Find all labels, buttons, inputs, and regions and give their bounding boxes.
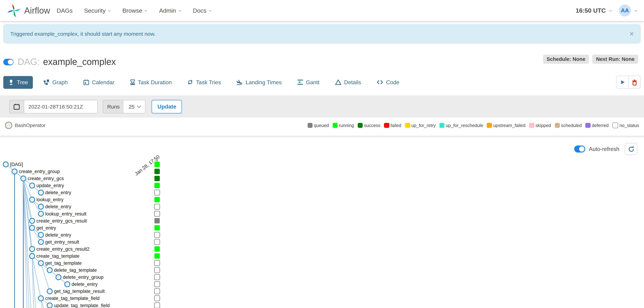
node-circle-icon[interactable]	[38, 211, 44, 216]
legend-up_for_retry[interactable]: up_for_retry	[405, 123, 436, 128]
tab-graph[interactable]: Graph	[39, 76, 72, 89]
base-date-input[interactable]	[24, 100, 98, 113]
node-circle-icon[interactable]	[38, 190, 44, 195]
task-status-square-no_status[interactable]	[154, 296, 160, 301]
tab-details[interactable]: Details	[330, 76, 366, 89]
tree-node-create_entry_group[interactable]: create_entry_group	[12, 169, 60, 174]
runs-select[interactable]: 25	[124, 100, 146, 113]
node-circle-icon[interactable]	[3, 162, 8, 167]
task-name: get_tag_template	[45, 260, 82, 266]
delete-dag-button[interactable]	[628, 76, 640, 88]
tree-node-lookup_entry_result[interactable]: lookup_entry_result	[38, 211, 86, 216]
legend-no_status[interactable]: no_status	[612, 122, 639, 128]
node-circle-icon[interactable]	[21, 176, 26, 181]
tab-tree[interactable]: Tree	[3, 76, 33, 89]
legend-failed[interactable]: failed	[384, 123, 401, 128]
task-status-square-running[interactable]	[154, 253, 160, 258]
dag-run-status-circle[interactable]	[155, 162, 160, 167]
node-circle-icon[interactable]	[56, 274, 61, 280]
task-status-square-no_status[interactable]	[154, 303, 160, 308]
task-status-square-no_status[interactable]	[154, 282, 160, 287]
close-icon[interactable]: ×	[630, 31, 634, 38]
legend-label: scheduled	[561, 123, 582, 128]
task-status-square-no_status[interactable]	[154, 204, 160, 209]
node-circle-icon[interactable]	[38, 204, 44, 209]
task-status-square-no_status[interactable]	[154, 267, 160, 273]
tree-node-create_entry_gcs_result[interactable]: create_entry_gcs_result	[30, 218, 87, 224]
legend-upstream_failed[interactable]: upstream_failed	[487, 123, 525, 128]
node-circle-icon[interactable]	[30, 183, 35, 188]
tree-node-get_tag_template[interactable]: get_tag_template	[38, 260, 82, 266]
node-circle-icon[interactable]	[38, 296, 44, 301]
tab-code[interactable]: Code	[372, 76, 404, 89]
nav-item-dags[interactable]: DAGs	[56, 5, 74, 16]
node-circle-icon[interactable]	[38, 232, 44, 237]
chevron-down-icon	[144, 10, 148, 12]
nav-item-browse[interactable]: Browse	[122, 5, 148, 16]
task-status-square-no_status[interactable]	[154, 190, 160, 195]
tree-node-delete_entry_group[interactable]: delete_entry_group	[56, 274, 103, 280]
trigger-dag-button[interactable]	[616, 76, 628, 88]
tree-node-create_entry_gcs_result2[interactable]: create_entry_gcs_result2	[30, 246, 90, 252]
tree-node-delete_entry[interactable]: delete_entry	[38, 190, 71, 195]
tree-node-get_tag_template_result[interactable]: get_tag_template_result	[47, 289, 105, 294]
node-circle-icon[interactable]	[47, 303, 52, 308]
tab-task-tries[interactable]: Task Tries	[182, 76, 226, 89]
task-status-square-running[interactable]	[154, 246, 160, 251]
task-status-square-queued[interactable]	[154, 218, 160, 223]
tree-node-get_entry[interactable]: get_entry	[30, 225, 56, 231]
tree-node-create_tag_template_field[interactable]: create_tag_template_field	[38, 296, 100, 301]
task-status-square-running[interactable]	[154, 225, 160, 230]
legend-queued[interactable]: queued	[308, 123, 329, 128]
legend-scheduled[interactable]: scheduled	[555, 123, 582, 128]
tree-node-update_tag_template_field[interactable]: update_tag_template_field	[47, 303, 110, 308]
tree-node-delete_entry[interactable]: delete_entry	[65, 282, 98, 287]
node-circle-icon[interactable]	[30, 246, 35, 251]
tree-node-delete_tag_template[interactable]: delete_tag_template	[47, 267, 97, 273]
task-status-square-no_status[interactable]	[154, 232, 160, 237]
avatar[interactable]: AA	[619, 5, 631, 17]
task-status-square-success[interactable]	[154, 176, 160, 181]
legend-deferred[interactable]: deferred	[586, 123, 609, 128]
legend-skipped[interactable]: skipped	[529, 123, 551, 128]
tree-node-create_tag_template[interactable]: create_tag_template	[30, 253, 80, 259]
nav-item-docs[interactable]: Docs	[192, 5, 213, 16]
task-status-square-no_status[interactable]	[154, 211, 160, 216]
tree-node-delete_entry[interactable]: delete_entry	[38, 232, 71, 238]
node-circle-icon[interactable]	[30, 218, 35, 223]
tab-task-duration[interactable]: Task Duration	[125, 76, 177, 89]
legend-up_for_reschedule[interactable]: up_for_reschedule	[440, 123, 483, 128]
task-status-square-success[interactable]	[154, 169, 160, 174]
task-status-square-no_status[interactable]	[154, 274, 160, 280]
task-name: get_tag_template_result	[54, 289, 105, 294]
task-status-square-running[interactable]	[154, 197, 160, 202]
tree-node-get_entry_result[interactable]: get_entry_result	[38, 239, 79, 245]
node-circle-icon[interactable]	[30, 253, 35, 258]
node-circle-icon[interactable]	[30, 225, 35, 230]
node-circle-icon[interactable]	[30, 197, 35, 202]
tab-calendar[interactable]: Calendar	[78, 76, 119, 89]
update-button[interactable]: Update	[152, 100, 182, 113]
tree-node-DAG[interactable]: [DAG]	[3, 162, 23, 167]
node-circle-icon[interactable]	[47, 267, 52, 273]
node-circle-icon[interactable]	[38, 260, 44, 266]
nav-item-admin[interactable]: Admin	[158, 5, 182, 16]
legend-success[interactable]: success	[358, 123, 380, 128]
node-circle-icon[interactable]	[65, 282, 70, 287]
task-status-square-no_status[interactable]	[154, 239, 160, 244]
tree-node-delete_entry[interactable]: delete_entry	[38, 204, 71, 209]
legend-running[interactable]: running	[332, 123, 354, 128]
task-status-square-no_status[interactable]	[154, 289, 160, 294]
tab-landing-times[interactable]: Landing Times	[232, 76, 287, 89]
utc-clock[interactable]: 16:50 UTC	[576, 7, 606, 14]
tree-node-create_entry_gcs[interactable]: create_entry_gcs	[21, 176, 64, 181]
node-circle-icon[interactable]	[12, 169, 17, 174]
node-circle-icon[interactable]	[47, 289, 52, 294]
dag-pause-toggle[interactable]	[3, 59, 14, 65]
brand[interactable]: Airflow	[6, 3, 50, 18]
node-circle-icon[interactable]	[38, 239, 44, 244]
tab-gantt[interactable]: Gantt	[292, 76, 324, 89]
task-status-square-running[interactable]	[154, 183, 160, 188]
task-status-square-no_status[interactable]	[154, 260, 160, 266]
nav-item-security[interactable]: Security	[83, 5, 112, 16]
